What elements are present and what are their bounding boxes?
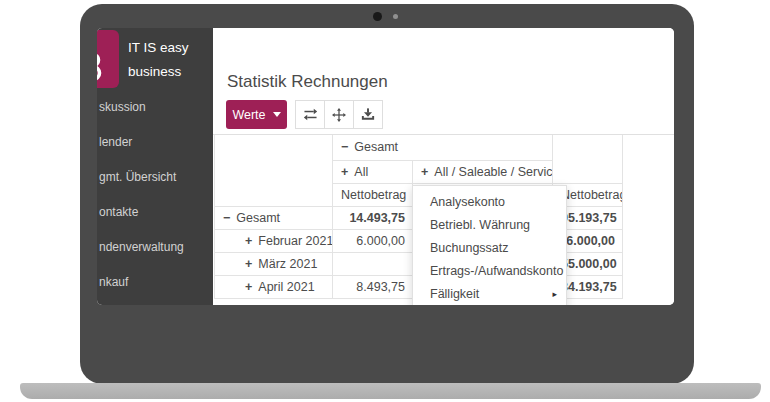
- cell-value: 8.493,75: [333, 275, 413, 298]
- collapse-icon: −: [341, 140, 348, 154]
- row-label: April 2021: [258, 280, 314, 294]
- menu-item-label: Ertrags-/Aufwandskonto: [430, 260, 563, 283]
- flip-axis-button[interactable]: [295, 100, 325, 129]
- download-button[interactable]: [353, 100, 383, 129]
- menu-item-analysekonto[interactable]: Analysekonto: [413, 191, 566, 214]
- menu-item-label: Betriebl. Währung: [430, 214, 530, 237]
- camera-icon: [373, 12, 382, 21]
- measure-header-nettobetrag[interactable]: Nettobetrag: [333, 183, 413, 206]
- menu-item-buchungssatz[interactable]: Buchungssatz: [413, 237, 566, 260]
- menu-item-label: Analysekonto: [430, 191, 505, 214]
- sidebar-item-mgmt-uebersicht[interactable]: gmt. Übersicht: [99, 167, 184, 187]
- brand-name: IT IS easy business: [128, 36, 189, 84]
- expand-all-icon: [332, 108, 346, 122]
- caret-down-icon: [273, 112, 281, 117]
- cell-value: [333, 252, 413, 275]
- app-logo[interactable]: [97, 30, 119, 88]
- sidebar-item-einkauf[interactable]: nkauf: [99, 272, 184, 292]
- expand-icon: +: [421, 165, 428, 179]
- brand-line2: business: [128, 60, 189, 84]
- measures-button-label: Werte: [232, 108, 265, 122]
- logo-glyph-icon: [97, 52, 105, 82]
- groupby-dropdown-menu: Analysekonto Betriebl. Währung Buchungss…: [412, 185, 567, 305]
- menu-item-label: Fälligkeit: [430, 283, 479, 305]
- expand-icon: +: [245, 280, 252, 294]
- row-header-maerz-2021[interactable]: +März 2021: [215, 252, 333, 275]
- laptop-base: [20, 383, 761, 399]
- col-header-all[interactable]: +All: [333, 160, 413, 183]
- camera-led-icon: [393, 14, 398, 19]
- flip-axis-icon: [303, 108, 318, 121]
- expand-icon: +: [245, 234, 252, 248]
- measures-button[interactable]: Werte: [226, 100, 287, 129]
- page-title: Statistik Rechnungen: [227, 72, 388, 92]
- total-column-header: [553, 135, 623, 183]
- sidebar: IT IS easy business skussion lender gmt.…: [97, 28, 213, 305]
- sidebar-nav: skussion lender gmt. Übersicht ontakte n…: [99, 97, 184, 305]
- row-header-april-2021[interactable]: +April 2021: [215, 275, 333, 298]
- laptop-frame: IT IS easy business skussion lender gmt.…: [80, 4, 694, 384]
- expand-icon: +: [245, 257, 252, 271]
- menu-item-faelligkeit[interactable]: Fälligkeit ▸: [413, 283, 566, 305]
- col-header-gesamt[interactable]: −Gesamt: [333, 135, 553, 160]
- col-header-services-label: All / Saleable / Services: [434, 165, 552, 179]
- row-header-februar-2021[interactable]: +Februar 2021: [215, 229, 333, 252]
- menu-item-label: Buchungssatz: [430, 237, 509, 260]
- col-header-gesamt-label: Gesamt: [354, 140, 398, 154]
- row-header-gesamt[interactable]: −Gesamt: [215, 206, 333, 229]
- menu-item-ertrags-aufwandskonto[interactable]: Ertrags-/Aufwandskonto: [413, 260, 566, 283]
- expand-icon: +: [341, 165, 348, 179]
- row-label: Februar 2021: [258, 234, 332, 248]
- sidebar-item-kundenverwaltung[interactable]: ndenverwaltung: [99, 237, 184, 257]
- sidebar-item-kalender[interactable]: lender: [99, 132, 184, 152]
- brand-line1: IT IS easy: [128, 36, 189, 60]
- col-header-services[interactable]: +All / Saleable / Services: [413, 160, 553, 183]
- pivot-corner-cell: [215, 135, 333, 206]
- submenu-arrow-icon: ▸: [552, 283, 557, 305]
- expand-all-button[interactable]: [324, 100, 354, 129]
- collapse-icon: −: [223, 211, 230, 225]
- download-icon: [361, 108, 375, 121]
- pivot-toolbar: Werte: [226, 100, 383, 129]
- row-label: Gesamt: [236, 211, 280, 225]
- cell-value: 6.000,00: [333, 229, 413, 252]
- pivot-icon-buttons: [296, 100, 383, 129]
- sidebar-item-diskussion[interactable]: skussion: [99, 97, 184, 117]
- row-label: März 2021: [258, 257, 317, 271]
- cell-value: 14.493,75: [333, 206, 413, 229]
- sidebar-item-kontakte[interactable]: ontakte: [99, 202, 184, 222]
- col-header-all-label: All: [354, 165, 368, 179]
- menu-item-betriebl-waehrung[interactable]: Betriebl. Währung: [413, 214, 566, 237]
- app-screen: IT IS easy business skussion lender gmt.…: [97, 28, 674, 305]
